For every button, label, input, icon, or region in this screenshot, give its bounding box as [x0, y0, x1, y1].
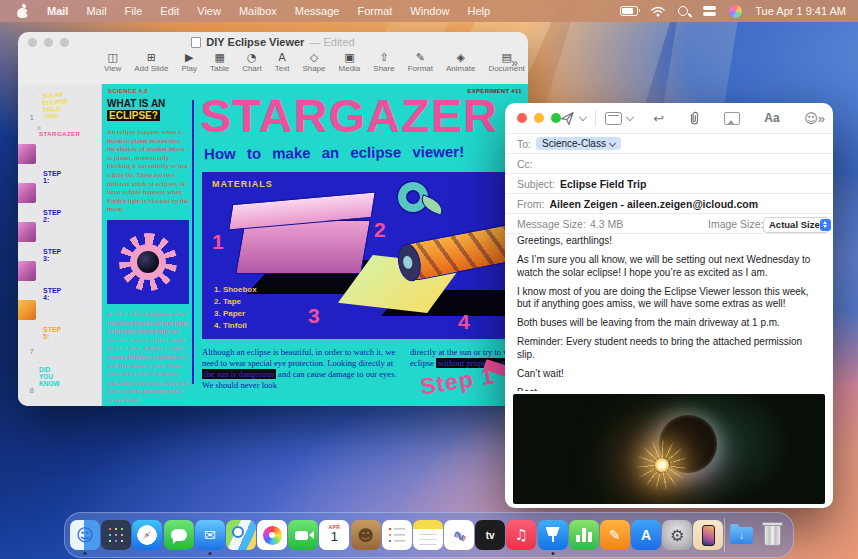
- recipient-token[interactable]: Science-Class: [536, 137, 621, 150]
- slide-canvas[interactable]: SCIENCE 4.2 EXPERIMENT #11 WHAT IS AN EC…: [102, 84, 528, 406]
- app-icon: ☺: [76, 525, 94, 545]
- insert-photo-button[interactable]: [724, 112, 740, 125]
- dock-item-facetime[interactable]: [288, 520, 318, 550]
- siri-icon[interactable]: [729, 5, 742, 18]
- toolbar-button[interactable]: ◫ View: [104, 52, 121, 73]
- image-size-label: Image Size:: [708, 218, 763, 230]
- dock-item-reminders[interactable]: [382, 520, 412, 550]
- toolbar-button[interactable]: ⇧ Share: [373, 52, 394, 73]
- battery-icon[interactable]: [620, 6, 638, 16]
- toolbar-overflow-button[interactable]: »: [818, 111, 825, 126]
- dock-item-mail[interactable]: ✉: [195, 520, 225, 550]
- toolbar-button[interactable]: ▤ Document: [488, 52, 524, 73]
- toolbar-overflow-button[interactable]: »: [511, 56, 518, 70]
- dock-item-iphone[interactable]: [693, 520, 723, 550]
- dock-item-maps[interactable]: [226, 520, 256, 550]
- material-number: 1: [212, 230, 224, 254]
- toolbar-button[interactable]: ◇ Shape: [302, 52, 325, 73]
- dock-item-safari[interactable]: [132, 520, 162, 550]
- undo-button[interactable]: ↩: [653, 112, 664, 125]
- subject-value: Eclipse Field Trip: [560, 178, 646, 190]
- dock-item-photos[interactable]: [257, 520, 287, 550]
- dock-item-messages[interactable]: [164, 520, 194, 550]
- dock-item-pages[interactable]: ✎: [600, 520, 630, 550]
- menu-item[interactable]: Message: [295, 5, 340, 17]
- window-controls[interactable]: [28, 38, 69, 47]
- menu-clock[interactable]: Tue Apr 1 9:41 AM: [755, 5, 846, 17]
- send-options-chevron-icon[interactable]: [579, 113, 587, 121]
- dock-item-freeform[interactable]: ∿: [444, 520, 474, 550]
- dock-item-finder[interactable]: ☺: [70, 520, 100, 550]
- menu-item[interactable]: Edit: [160, 5, 179, 17]
- body-paragraph: As I’m sure you all know, we will be set…: [517, 254, 821, 279]
- menu-item[interactable]: Help: [467, 5, 490, 17]
- menu-app-name[interactable]: Mail: [47, 5, 68, 17]
- app-icon: [764, 525, 781, 546]
- dock-item-appstore[interactable]: A: [631, 520, 661, 550]
- apple-menu-icon[interactable]: [17, 4, 29, 18]
- menu-item[interactable]: File: [125, 5, 143, 17]
- toolbar-button[interactable]: ✎ Format: [408, 52, 433, 73]
- minimize-button[interactable]: [44, 38, 53, 47]
- dock-item-notes[interactable]: [413, 520, 443, 550]
- dock-item-trash[interactable]: [758, 520, 788, 550]
- menu-item[interactable]: Window: [410, 5, 449, 17]
- format-button[interactable]: Aa: [764, 111, 779, 125]
- menu-item[interactable]: Mailbox: [239, 5, 277, 17]
- zoom-button[interactable]: [60, 38, 69, 47]
- toolbar-button[interactable]: ◔ Chart: [242, 52, 262, 73]
- cc-field[interactable]: Cc:: [505, 154, 833, 174]
- from-field[interactable]: From: Aileen Zeigen - aileen.zeigen@iclo…: [505, 194, 833, 214]
- toolbar-button-label: Document: [488, 64, 524, 73]
- header-fields-chevron-icon[interactable]: [625, 113, 633, 121]
- toolbar-button[interactable]: ▦ Table: [210, 52, 229, 73]
- keynote-titlebar[interactable]: DIY Eclipse Viewer — Edited: [18, 32, 528, 52]
- header-fields-icon: [605, 112, 622, 125]
- toolbar-button[interactable]: ▣ Media: [339, 52, 361, 73]
- toolbar-button-label: Media: [339, 64, 361, 73]
- dock-item-numbers[interactable]: [569, 520, 599, 550]
- body-paragraph: Greetings, earthlings!: [517, 235, 821, 248]
- mail-toolbar[interactable]: ↩ Aa ☺ »: [505, 103, 833, 133]
- close-button[interactable]: [28, 38, 37, 47]
- image-size-select[interactable]: Actual Size: [763, 217, 829, 233]
- toolbar-button-label: Share: [373, 64, 394, 73]
- attach-button[interactable]: [687, 111, 701, 126]
- toolbar-button[interactable]: ◈ Animate: [446, 52, 475, 73]
- send-button[interactable]: [560, 111, 575, 126]
- slide-thumbnail-s7[interactable]: 7 STEP 5:: [18, 321, 101, 356]
- dock-item-keynote[interactable]: [538, 520, 568, 550]
- dock-item-tv[interactable]: tv: [475, 520, 505, 550]
- menu-item[interactable]: View: [197, 5, 221, 17]
- slide-thumbnail-s1[interactable]: 1 SOLAR ECLIPSE FIELD TRIP!: [18, 87, 101, 122]
- app-icon: tv: [486, 530, 495, 541]
- toolbar-button-label: Format: [408, 64, 433, 73]
- dock-item-music[interactable]: ♫: [506, 520, 536, 550]
- header-fields-button[interactable]: [605, 112, 622, 125]
- slide-thumbnail-s8[interactable]: 8 DID YOU KNOW: [18, 360, 101, 395]
- message-body[interactable]: Greetings, earthlings!As I’m sure you al…: [517, 235, 821, 391]
- dock-item-calendar[interactable]: APR 1: [319, 520, 349, 550]
- control-center-icon[interactable]: [703, 6, 716, 10]
- close-button[interactable]: [517, 113, 527, 123]
- app-icon: ♫: [515, 526, 528, 544]
- app-icon: [263, 526, 282, 545]
- minimize-button[interactable]: [534, 113, 544, 123]
- dock-item-launchpad[interactable]: [101, 520, 131, 550]
- dock-item-downloads[interactable]: ↓: [727, 520, 757, 550]
- menu-item[interactable]: Format: [357, 5, 392, 17]
- toolbar-button[interactable]: ▶ Play: [181, 52, 197, 73]
- to-field[interactable]: To: Science-Class: [505, 134, 833, 154]
- wifi-icon[interactable]: [651, 6, 665, 17]
- dock-item-contacts[interactable]: ☻: [351, 520, 381, 550]
- toolbar-button[interactable]: A Text: [275, 52, 290, 73]
- subject-field[interactable]: Subject: Eclipse Field Trip: [505, 174, 833, 194]
- dock-item-settings[interactable]: ⚙: [662, 520, 692, 550]
- dock-item-sep[interactable]: [724, 518, 725, 552]
- spotlight-search-icon[interactable]: [678, 6, 688, 16]
- slide-navigator[interactable]: 1 SOLAR ECLIPSE FIELD TRIP! 2 STARGAZER …: [18, 84, 102, 406]
- emoji-button[interactable]: ☺: [804, 111, 818, 126]
- menu-item[interactable]: Mail: [86, 5, 106, 17]
- toolbar-button[interactable]: ⊞ Add Slide: [134, 52, 168, 73]
- eclipse-photo-attachment[interactable]: [513, 394, 825, 504]
